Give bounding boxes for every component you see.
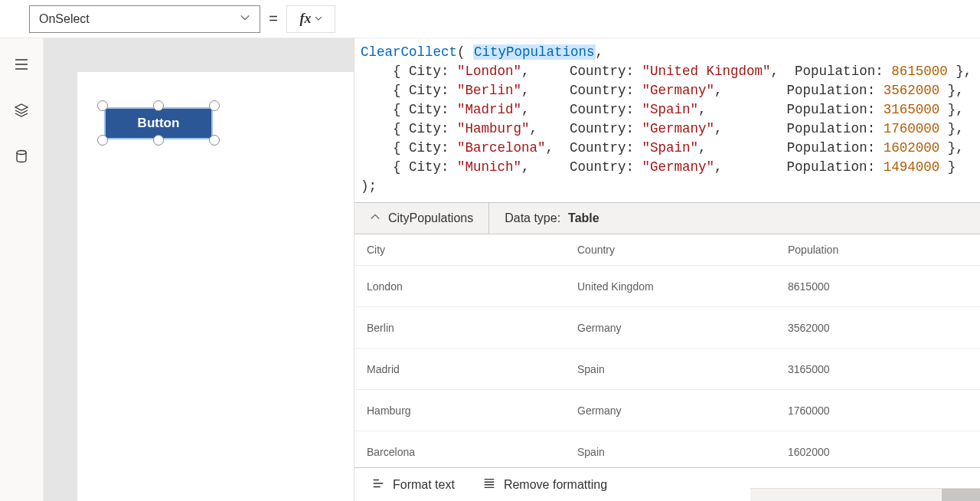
horizontal-scrollbar[interactable]: [750, 488, 980, 501]
result-header: CityPopulations Data type: Table: [354, 202, 980, 234]
selection-handle[interactable]: [153, 100, 164, 111]
selection-handle[interactable]: [209, 135, 220, 146]
result-grid: CityCountryPopulationLondonUnited Kingdo…: [354, 234, 980, 467]
canvas[interactable]: Button: [44, 38, 354, 501]
table-row[interactable]: MadridSpain3165000: [354, 349, 980, 390]
result-datatype-value: Table: [568, 211, 599, 225]
table-row[interactable]: HamburgGermany1760000: [354, 390, 980, 431]
format-text-label: Format text: [393, 478, 455, 492]
remove-formatting-button[interactable]: Remove formatting: [482, 476, 607, 493]
selection-handle[interactable]: [97, 135, 108, 146]
grid-header-row: CityCountryPopulation: [354, 234, 980, 266]
property-selector-value: OnSelect: [39, 12, 90, 26]
result-name: CityPopulations: [388, 211, 473, 225]
grid-cell: Berlin: [367, 322, 577, 334]
grid-cell: 1602000: [788, 446, 941, 458]
grid-cell: London: [367, 280, 577, 293]
grid-cell: Germany: [577, 322, 788, 334]
left-rail: [0, 38, 44, 501]
result-datatype-cell: Data type: Table: [489, 203, 615, 234]
chevron-down-icon: [315, 14, 322, 25]
main-area: Button ClearCollect( CityPopulations, { …: [0, 38, 980, 501]
selection-handle[interactable]: [209, 100, 220, 111]
grid-cell: 3165000: [788, 363, 941, 375]
svg-point-0: [17, 151, 26, 155]
grid-cell: Hamburg: [367, 404, 577, 417]
format-text-button[interactable]: Format text: [371, 476, 455, 493]
property-selector[interactable]: OnSelect: [29, 5, 260, 33]
grid-cell: Madrid: [367, 363, 577, 375]
format-icon: [371, 476, 385, 493]
fx-icon: fx: [300, 11, 312, 27]
table-row[interactable]: BerlinGermany3562000: [354, 307, 980, 349]
database-icon[interactable]: [14, 149, 29, 164]
result-datatype-label: Data type:: [505, 211, 560, 225]
chevron-up-icon: [370, 211, 381, 225]
table-row[interactable]: LondonUnited Kingdom8615000: [354, 266, 980, 307]
hamburger-icon[interactable]: [14, 57, 29, 72]
equals-label: =: [266, 10, 280, 28]
grid-cell: United Kingdom: [577, 280, 788, 293]
canvas-screen[interactable]: Button: [77, 72, 354, 501]
formula-bar: OnSelect = fx: [0, 0, 980, 38]
layers-icon[interactable]: [14, 103, 29, 118]
formula-panel: ClearCollect( CityPopulations, { City: "…: [354, 38, 980, 501]
grid-cell: 8615000: [788, 280, 941, 293]
result-name-cell[interactable]: CityPopulations: [354, 203, 489, 234]
selection-handle[interactable]: [153, 135, 164, 146]
grid-cell: Barcelona: [367, 446, 577, 458]
grid-cell: Spain: [577, 446, 788, 458]
formula-editor[interactable]: ClearCollect( CityPopulations, { City: "…: [354, 38, 980, 202]
grid-cell: Spain: [577, 363, 788, 375]
grid-header-cell: Population: [788, 234, 941, 265]
grid-cell: Germany: [577, 404, 788, 417]
remove-formatting-label: Remove formatting: [504, 478, 607, 492]
grid-cell: 3562000: [788, 322, 941, 334]
grid-header-cell: Country: [577, 234, 788, 265]
grid-cell: 1760000: [788, 404, 941, 417]
selection-handle[interactable]: [97, 100, 108, 111]
chevron-down-icon: [240, 12, 250, 26]
button-control-label: Button: [138, 116, 180, 131]
table-row[interactable]: BarcelonaSpain1602000: [354, 431, 980, 467]
fx-button[interactable]: fx: [286, 5, 335, 33]
remove-format-icon: [482, 476, 496, 493]
grid-header-cell: City: [367, 234, 577, 265]
